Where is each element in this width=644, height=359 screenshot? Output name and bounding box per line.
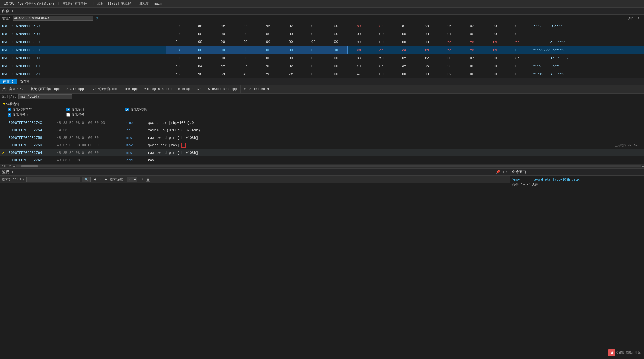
addr-cell: 0x000002968BDF85C0 <box>0 22 166 30</box>
timing-info: 已用时间 <= 2ms <box>615 143 639 147</box>
disasm-content: 00007FF705F3274C 48 83 BD 08 01 00 00 00… <box>0 119 644 164</box>
watch-pin-icon: 📌 <box>496 170 500 174</box>
options-grid: 显示代码字节 显示地址 显示源代码 显示符号名 显示行号 <box>3 107 641 117</box>
stack-frame: main <box>154 2 162 6</box>
view-options-panel: ▼ 查看选项 显示代码字节 显示地址 显示源代码 显示符号名 显示行号 <box>0 100 644 119</box>
table-row: 0x000002968BDF8610 d084 df8b 9602 0000 e… <box>0 62 644 70</box>
disasm-label: 反汇编 ▣ × 4.0 <box>0 87 28 91</box>
disasm-row-current: ➤ 00007FF705F32764 48 8B 85 08 01 00 00 … <box>0 149 644 156</box>
tab-winselected-cpp[interactable]: WinSelected.cpp <box>205 85 241 93</box>
disasm-address-label: 地址(A): <box>2 95 16 99</box>
cmd-line-2: 命令 'mov' 无效。 <box>512 182 642 187</box>
memory-section: 内存 1 地址: ↻ 列: 16 0x000002968BDF85C0 b0ac… <box>0 8 644 85</box>
view-options-title[interactable]: ▼ 查看选项 <box>3 102 641 106</box>
option-show-lines[interactable]: 显示行号 <box>66 113 120 117</box>
watch-settings-icon: ⚙ <box>502 170 504 174</box>
tab-33-cpp[interactable]: 3.3 蛇+食物.cpp <box>87 85 121 93</box>
watch-content <box>0 183 510 243</box>
disasm-scrollbar[interactable]: 100 % ◀ ▶ <box>0 164 644 168</box>
tab-jianpan-cpp[interactable]: 按键+页面抽象.cpp <box>28 85 63 93</box>
table-row: 0x000002968BDF8600 0000 0000 0000 0000 3… <box>0 54 644 62</box>
search-label: 搜索(Ctrl+E) <box>2 177 24 182</box>
col-value: 16 <box>636 16 640 20</box>
watermark-text: CSDN @酱油师兄 <box>616 350 641 355</box>
option-show-bytes[interactable]: 显示代码字节 <box>8 107 61 112</box>
depth-select[interactable]: 3 1 2 4 5 <box>127 177 137 182</box>
disasm-address-input[interactable] <box>18 94 72 99</box>
depth-label: 搜索深度: <box>110 177 125 182</box>
memory-address-bar: 地址: ↻ 列: 16 <box>0 15 644 22</box>
prev-btn[interactable]: ◀ <box>93 177 97 182</box>
tab-winexplain-h[interactable]: WinExplain.h <box>175 85 205 93</box>
top-toolbar: [1076A] 4.0 按键+页面抽象.exe | 主线程(周期事件) | 线程… <box>0 0 644 8</box>
main-thread-label: 主线程(周期事件) <box>63 1 89 6</box>
bottom-area: 监视 1 📌 ⚙ × 搜索(Ctrl+E) 🔍 ◀ → ▶ 搜索深度: 3 1 <box>0 168 644 243</box>
command-panel: 命令窗口 >mov qword ptr [rbp+108h],rax 命令 'm… <box>510 169 644 243</box>
tab-winexplain-cpp[interactable]: WinExplain.cpp <box>141 85 175 93</box>
command-content: >mov qword ptr [rbp+108h],rax 命令 'mov' 无… <box>510 176 644 243</box>
cmd-line-1: >mov qword ptr [rbp+108h],rax <box>512 178 642 182</box>
tab-winselected-h[interactable]: WinSelected.h <box>241 85 273 93</box>
memory-tab-registers[interactable]: 寄存器 <box>17 79 33 84</box>
watch-panel: 监视 1 📌 ⚙ × 搜索(Ctrl+E) 🔍 ◀ → ▶ 搜索深度: 3 1 <box>0 169 510 243</box>
thread-label: 线程: [1700] 主线程 <box>97 1 131 6</box>
watermark-s-icon: S <box>608 349 615 356</box>
watermark: S CSDN @酱油师兄 <box>608 349 641 356</box>
memory-address-input[interactable] <box>13 16 93 21</box>
disasm-row: 00007FF705F32756 48 8B 85 08 01 00 00 mo… <box>0 134 644 141</box>
watch-close-icon[interactable]: × <box>505 170 508 174</box>
memory-title-bar: 内存 1 <box>0 8 644 15</box>
table-row: 0x000002968BDF85D0 0000 0000 0000 0000 0… <box>0 30 644 38</box>
tab-snake-cpp[interactable]: Snake.cpp <box>63 85 87 93</box>
address-label: 地址: <box>2 16 10 21</box>
zoom-indicator: 100 % <box>0 164 13 168</box>
watch-toolbar: 搜索(Ctrl+E) 🔍 ◀ → ▶ 搜索深度: 3 1 2 4 5 ⌨ ▦ <box>0 176 510 183</box>
tab-one-cpp[interactable]: one.cpp <box>121 85 141 93</box>
disasm-row: 00007FF705F3275D 48 C7 00 03 00 00 00 mo… <box>0 141 644 149</box>
memory-title: 内存 1 <box>2 9 13 13</box>
disasm-address-bar: 地址(A): <box>0 94 644 100</box>
watch-title: 监视 1 📌 ⚙ × <box>0 169 510 176</box>
col-label: 列: <box>628 16 634 21</box>
table-row: 0x000002968BDF8620 e898 5949 f87f 0000 4… <box>0 70 644 78</box>
watch-search-input[interactable] <box>26 177 80 182</box>
disasm-row: 00007FF705F32754 74 53 je main+89h (07FF… <box>0 126 644 134</box>
memory-table: 0x000002968BDF85C0 b0ac de8b 9602 0000 8… <box>0 22 644 78</box>
refresh-button[interactable]: ↻ <box>95 16 98 20</box>
stack-label: 堆栈帧: <box>139 1 151 6</box>
disasm-tabs-row: 反汇编 ▣ × 4.0 按键+页面抽象.cpp Snake.cpp 3.3 蛇+… <box>0 85 644 94</box>
memory-tab-1[interactable]: 内存 1 <box>0 79 17 84</box>
table-row-highlighted: 0x000002968BDF85F0 03 00 00 00 00 00 00 … <box>0 46 644 54</box>
disasm-row: 00007FF705F3276B 48 83 C0 08 add rax,8 <box>0 156 644 164</box>
table-row: 0x000002968BDF85E0 0b00 0000 0000 0000 9… <box>0 38 644 46</box>
process-label: [1076A] 4.0 按键+页面抽象.exe <box>2 1 54 6</box>
command-title: 命令窗口 <box>510 169 644 176</box>
memory-tabs-bar: 内存 1 寄存器 <box>0 78 644 85</box>
option-show-address[interactable]: 显示地址 <box>66 107 120 112</box>
option-show-symbols[interactable]: 显示符号名 <box>8 113 61 117</box>
search-icon-btn[interactable]: 🔍 <box>82 177 91 182</box>
option-show-source[interactable]: 显示源代码 <box>125 107 179 112</box>
next-btn[interactable]: ▶ <box>103 177 108 182</box>
watch-icon-btn: ▦ <box>146 177 150 182</box>
table-row: 0x000002968BDF85C0 b0ac de8b 9602 0000 8… <box>0 22 644 30</box>
disasm-row: 00007FF705F3274C 48 83 BD 08 01 00 00 00… <box>0 119 644 126</box>
